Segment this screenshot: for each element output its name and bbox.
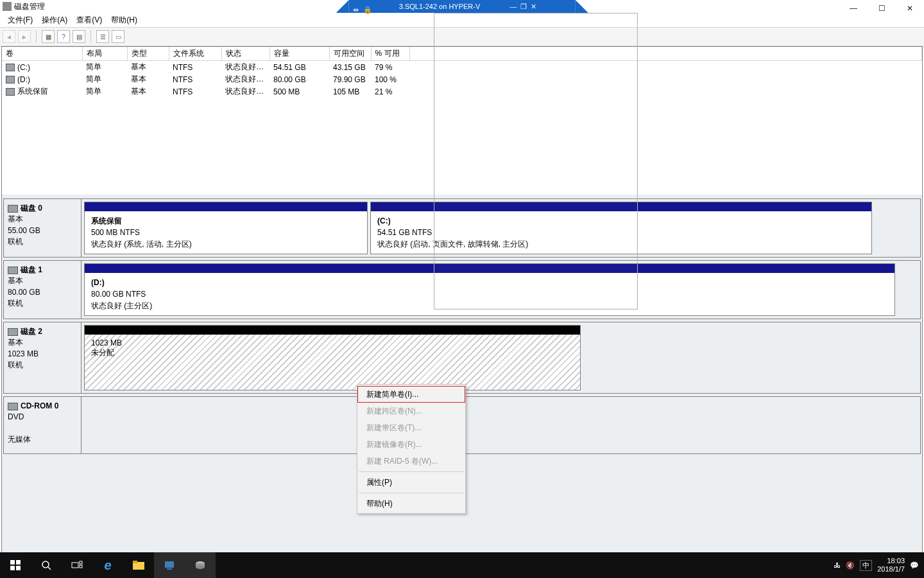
table-row[interactable]: 系统保留简单基本NTFS状态良好 (...500 MB105 MB21 % <box>2 85 922 98</box>
col-fs[interactable]: 文件系统 <box>169 47 221 61</box>
col-free[interactable]: 可用空间 <box>329 47 371 61</box>
ime-indicator[interactable]: 中 <box>860 560 872 571</box>
refresh-button[interactable]: ▤ <box>73 30 85 43</box>
action-center-icon[interactable]: 💬 <box>910 561 919 570</box>
disk-header[interactable]: 磁盘 2基本1023 MB联机 <box>4 322 81 393</box>
svg-line-5 <box>48 567 51 570</box>
svg-rect-10 <box>133 561 137 563</box>
vm-minimize-icon[interactable]: — <box>509 0 517 13</box>
menu-file[interactable]: 文件(F) <box>4 13 37 27</box>
table-row[interactable]: (D:)简单基本NTFS状态良好 (...80.00 GB79.90 GB100… <box>2 73 922 85</box>
view-list-button[interactable]: ▦ <box>42 30 55 43</box>
col-capacity[interactable]: 容量 <box>270 47 329 61</box>
menubar: 文件(F) 操作(A) 查看(V) 帮助(H) <box>0 13 924 27</box>
context-menu-item[interactable]: 帮助(H) <box>357 495 465 512</box>
partition[interactable]: 系统保留500 MB NTFS状态良好 (系统, 活动, 主分区) <box>84 202 368 254</box>
context-menu-item: 新建跨区卷(N)... <box>357 403 465 419</box>
clock[interactable]: 18:03 2018/1/7 <box>877 557 905 574</box>
menu-action[interactable]: 操作(A) <box>38 13 71 27</box>
disk-management-taskbar-button[interactable] <box>185 552 216 578</box>
svg-rect-8 <box>80 565 82 568</box>
disk-header[interactable]: 磁盘 0基本55.00 GB联机 <box>4 199 81 257</box>
disk-row: 磁盘 2基本1023 MB联机1023 MB未分配 <box>3 322 921 394</box>
svg-rect-3 <box>16 566 21 570</box>
context-menu-item: 新建镜像卷(R)... <box>357 436 465 453</box>
network-icon[interactable]: 🖧 <box>834 561 841 569</box>
partition-bar <box>371 202 871 211</box>
separator <box>36 30 37 43</box>
disk-icon <box>8 205 18 213</box>
table-header-row: 卷 布局 类型 文件系统 状态 容量 可用空间 % 可用 <box>2 47 922 61</box>
vm-close-icon[interactable]: ✕ <box>531 0 536 13</box>
volume-icon <box>6 76 15 83</box>
search-button[interactable] <box>31 552 62 578</box>
partition[interactable]: (C:)54.51 GB NTFS状态良好 (启动, 页面文件, 故障转储, 主… <box>370 202 872 254</box>
disk-icon <box>8 403 18 410</box>
context-menu: 新建简单卷(I)...新建跨区卷(N)...新建带区卷(T)...新建镜像卷(R… <box>357 384 466 514</box>
clock-date: 2018/1/7 <box>877 565 905 574</box>
vm-restore-icon[interactable]: ❐ <box>520 0 527 13</box>
menu-separator <box>359 471 464 472</box>
back-button[interactable]: ◄ <box>3 30 15 43</box>
col-volume[interactable]: 卷 <box>2 47 82 61</box>
close-button[interactable]: ✕ <box>896 0 924 17</box>
col-type[interactable]: 类型 <box>127 47 169 61</box>
separator <box>90 30 91 43</box>
svg-rect-0 <box>10 560 15 565</box>
app-icon <box>3 2 12 11</box>
svg-rect-11 <box>165 561 174 568</box>
taskbar: e 🖧 🔇 中 18:03 2018/1/7 💬 <box>0 552 924 578</box>
disk-row: 磁盘 1基本80.00 GB联机(D:)80.00 GB NTFS状态良好 (主… <box>3 260 921 319</box>
partition-bar <box>85 264 894 273</box>
menu-separator <box>359 493 464 493</box>
svg-point-4 <box>42 561 49 568</box>
maximize-button[interactable]: ☐ <box>868 0 896 17</box>
pin-icon[interactable]: ⇹ <box>353 3 359 10</box>
svg-rect-6 <box>72 563 78 568</box>
minimize-button[interactable]: — <box>839 0 868 17</box>
svg-rect-7 <box>80 561 82 564</box>
context-menu-item[interactable]: 新建简单卷(I)... <box>357 386 465 403</box>
disk-body <box>81 397 920 453</box>
disk-row: 磁盘 0基本55.00 GB联机系统保留500 MB NTFS状态良好 (系统,… <box>3 198 921 258</box>
disk-header[interactable]: 磁盘 1基本80.00 GB联机 <box>4 261 81 319</box>
disk-header[interactable]: CD-ROM 0DVD 无媒体 <box>4 397 81 453</box>
menu-view[interactable]: 查看(V) <box>73 13 106 27</box>
explorer-button[interactable] <box>123 552 154 578</box>
vm-name: 3.SQL1-242 on HYPER-V <box>399 0 481 13</box>
help-button[interactable]: ? <box>57 30 70 43</box>
disk-management-window: 磁盘管理 ⇹ 🔒 3.SQL1-242 on HYPER-V — ❐ ✕ — ☐… <box>0 0 924 578</box>
volume-icon <box>6 64 15 71</box>
volume-table: 卷 布局 类型 文件系统 状态 容量 可用空间 % 可用 (C:)简单基本NTF… <box>2 47 922 98</box>
context-menu-item[interactable]: 属性(P) <box>357 474 465 491</box>
taskview-button[interactable] <box>62 552 92 578</box>
col-pct[interactable]: % 可用 <box>371 47 409 61</box>
server-manager-button[interactable] <box>154 552 185 578</box>
clock-time: 18:03 <box>877 557 905 565</box>
svg-point-15 <box>196 565 205 569</box>
disk-body: (D:)80.00 GB NTFS状态良好 (主分区) <box>81 261 920 319</box>
lock-icon[interactable]: 🔒 <box>363 3 370 10</box>
ie-button[interactable]: e <box>92 552 123 578</box>
start-button[interactable] <box>0 552 31 578</box>
table-row[interactable]: (C:)简单基本NTFS状态良好 (...54.51 GB43.15 GB79 … <box>2 61 922 74</box>
settings-button[interactable]: ☰ <box>96 30 109 43</box>
svg-rect-12 <box>167 568 172 570</box>
toolbar: ◄ ► ▦ ? ▤ ☰ ▭ <box>0 27 924 46</box>
disk-body: 1023 MB未分配 <box>81 322 920 393</box>
context-menu-item: 新建带区卷(T)... <box>357 419 465 436</box>
hyperv-connection-tab[interactable]: ⇹ 🔒 3.SQL1-242 on HYPER-V — ❐ ✕ <box>336 0 588 13</box>
disk-body: 系统保留500 MB NTFS状态良好 (系统, 活动, 主分区)(C:)54.… <box>81 199 920 257</box>
window-controls: — ☐ ✕ <box>839 0 924 17</box>
forward-button[interactable]: ► <box>18 30 31 43</box>
properties-button[interactable]: ▭ <box>112 30 124 43</box>
partition-bar <box>85 202 367 211</box>
col-status[interactable]: 状态 <box>221 47 270 61</box>
volume-list-pane[interactable]: 卷 布局 类型 文件系统 状态 容量 可用空间 % 可用 (C:)简单基本NTF… <box>2 47 922 195</box>
unallocated-space[interactable]: 1023 MB未分配 <box>84 325 581 390</box>
volume-icon[interactable]: 🔇 <box>846 561 855 570</box>
menu-help[interactable]: 帮助(H) <box>107 13 141 27</box>
volume-icon <box>6 88 15 96</box>
partition[interactable]: (D:)80.00 GB NTFS状态良好 (主分区) <box>84 263 895 316</box>
col-layout[interactable]: 布局 <box>82 47 127 61</box>
